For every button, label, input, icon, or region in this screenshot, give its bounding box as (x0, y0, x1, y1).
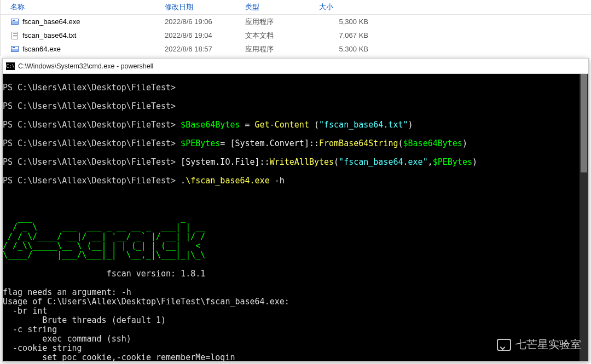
str-input: "fscan_base64.txt" (319, 120, 408, 130)
col-header-type[interactable]: 类型 (245, 2, 319, 12)
terminal-scrollbar[interactable] (580, 74, 588, 361)
file-date: 2022/8/6 19:06 (165, 18, 245, 26)
terminal-body[interactable]: PS C:\Users\Allex\Desktop\FileTest> PS C… (3, 74, 588, 361)
usage-output: flag needs an argument: -hUsage of C:\Us… (3, 288, 588, 361)
scrollbar-thumb[interactable] (581, 74, 587, 172)
console-title: C:\Windows\System32\cmd.exe - powershell (18, 62, 153, 70)
file-size: 5,300 KB (319, 45, 401, 53)
fn-writeallbytes: WriteAllBytes (270, 157, 334, 167)
ps-prompt: PS C:\Users\Allex\Desktop\FileTest> (3, 83, 176, 93)
fn-frombase64: FromBase64String (319, 138, 398, 148)
col-header-date[interactable]: 修改日期 (165, 2, 245, 12)
explorer-rows: fscan_base64.exe2022/8/6 19:06应用程序5,300 … (1, 15, 591, 56)
table-row[interactable]: fscan_base64.exe2022/8/6 19:06应用程序5,300 … (1, 15, 591, 28)
ps-prompt: PS C:\Users\Allex\Desktop\FileTest> (3, 120, 176, 130)
file-date: 2022/8/6 18:57 (165, 45, 245, 53)
explorer-header: 名称 修改日期 类型 大小 (1, 0, 591, 15)
col-header-name[interactable]: 名称 (1, 2, 165, 12)
ps-prompt: PS C:\Users\Allex\Desktop\FileTest> (3, 138, 176, 148)
console-window: C:\ C:\Windows\System32\cmd.exe - powers… (2, 58, 589, 362)
ps-prompt: PS C:\Users\Allex\Desktop\FileTest> (3, 157, 176, 167)
text-file-icon (10, 31, 19, 40)
ps-prompt: PS C:\Users\Allex\Desktop\FileTest> (3, 176, 176, 186)
exe-file-icon (10, 45, 19, 54)
file-type: 文本文档 (245, 31, 319, 41)
var-base64bytes: $Base64Bytes (181, 120, 240, 130)
var-pebytes: $PEBytes (181, 138, 220, 148)
exe-file-icon (10, 18, 19, 26)
file-type: 应用程序 (245, 44, 319, 54)
version-line: fscan version: 1.8.1 (3, 269, 588, 279)
file-explorer: 名称 修改日期 类型 大小 fscan_base64.exe2022/8/6 1… (0, 0, 591, 56)
col-header-size[interactable]: 大小 (319, 2, 401, 12)
file-size: 5,300 KB (319, 18, 401, 26)
console-titlebar[interactable]: C:\ C:\Windows\System32\cmd.exe - powers… (3, 59, 588, 74)
exe-run: \fscan_base64.exe (186, 176, 270, 186)
file-name: fscan_base64.txt (22, 31, 76, 39)
cmd-icon: C:\ (6, 62, 15, 70)
ps-prompt: PS C:\Users\Allex\Desktop\FileTest> (3, 101, 176, 111)
table-row[interactable]: fscan64.exe2022/8/6 18:57应用程序5,300 KB (1, 42, 591, 56)
fn-get-content: Get-Content (255, 120, 309, 130)
file-name: fscan64.exe (22, 45, 61, 53)
file-size: 7,067 KB (319, 31, 401, 39)
file-type: 应用程序 (245, 17, 319, 27)
ascii-art: ___ _ / _ \ ___ ___ _ __ __ _ ___| | __ … (3, 213, 588, 260)
file-name: fscan_base64.exe (22, 18, 80, 26)
file-date: 2022/8/6 19:04 (165, 31, 245, 39)
table-row[interactable]: fscan_base64.txt2022/8/6 19:04文本文档7,067 … (1, 28, 591, 42)
